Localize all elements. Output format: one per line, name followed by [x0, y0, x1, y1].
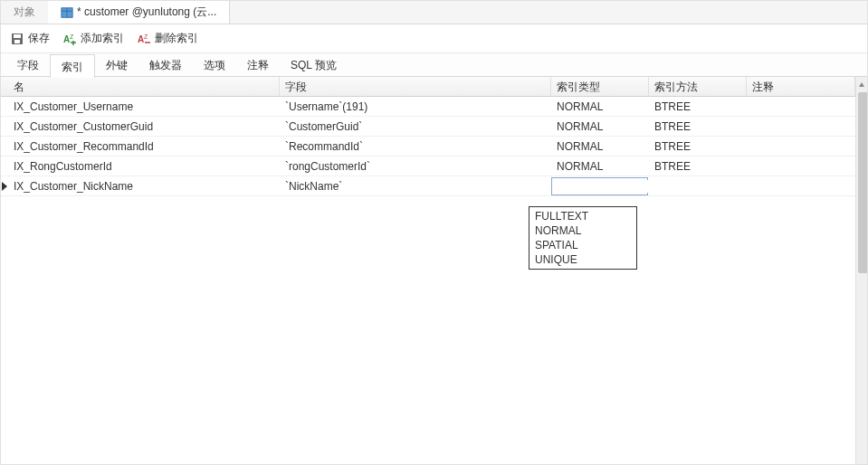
tab-customer[interactable]: * customer @yunlutong (云...	[48, 1, 230, 24]
tab-options[interactable]: 选项	[193, 53, 236, 76]
cell-memo[interactable]	[747, 165, 855, 168]
scroll-up-button[interactable]	[856, 77, 867, 92]
cell-name[interactable]: IX_Customer_Username	[8, 99, 280, 115]
delete-index-label: 删除索引	[155, 31, 198, 46]
header-name[interactable]: 名	[8, 77, 280, 96]
tab-objects-label: 对象	[14, 5, 35, 20]
tab-objects[interactable]: 对象	[1, 1, 48, 24]
tab-customer-label: * customer @yunlutong (云...	[77, 5, 216, 20]
header-type[interactable]: 索引类型	[551, 77, 649, 96]
header-method[interactable]: 索引方法	[649, 77, 747, 96]
table-row[interactable]: IX_Customer_CustomerGuid `CustomerGuid` …	[1, 117, 855, 137]
row-marker-active	[1, 176, 8, 195]
cell-memo[interactable]	[747, 125, 855, 128]
dropdown-option[interactable]: FULLTEXT	[529, 209, 636, 223]
cell-method[interactable]: BTREE	[649, 158, 747, 175]
cell-memo[interactable]	[747, 145, 855, 148]
section-tabs: 字段 索引 外键 触发器 选项 注释 SQL 预览	[1, 53, 867, 77]
svg-text:Z: Z	[70, 33, 74, 40]
table-row[interactable]: IX_Customer_RecommandId `RecommandId` NO…	[1, 137, 855, 157]
cell-method[interactable]: BTREE	[649, 99, 747, 115]
header-memo[interactable]: 注释	[747, 77, 855, 96]
type-input[interactable]	[552, 180, 649, 193]
tab-fk[interactable]: 外键	[95, 53, 138, 76]
cell-memo[interactable]	[747, 185, 855, 188]
table-row-active[interactable]: IX_Customer_NickName `NickName`	[1, 176, 855, 196]
save-icon	[10, 32, 24, 46]
index-grid: 名 字段 索引类型 索引方法 注释 IX_Customer_Username `…	[1, 77, 855, 464]
svg-rect-4	[14, 34, 21, 38]
table-row[interactable]: IX_RongCustomerId `rongCustomerId` NORMA…	[1, 157, 855, 176]
cell-name[interactable]: IX_Customer_CustomerGuid	[8, 119, 280, 135]
cell-memo[interactable]	[747, 105, 855, 109]
cell-field[interactable]: `NickName`	[280, 178, 551, 195]
table-row[interactable]: IX_Customer_Username `Username`(191) NOR…	[1, 97, 855, 117]
delete-index-button[interactable]: AZ 删除索引	[137, 31, 198, 46]
grid-wrapper: 名 字段 索引类型 索引方法 注释 IX_Customer_Username `…	[1, 77, 867, 464]
svg-rect-5	[14, 40, 20, 43]
dropdown-option[interactable]: UNIQUE	[529, 252, 636, 267]
add-index-label: 添加索引	[81, 31, 124, 46]
add-index-button[interactable]: AZ 添加索引	[62, 31, 124, 46]
document-tabs: 对象 * customer @yunlutong (云...	[1, 1, 867, 24]
cell-name[interactable]: IX_Customer_RecommandId	[8, 138, 280, 155]
header-marker	[1, 77, 8, 96]
cell-name[interactable]: IX_RongCustomerId	[8, 158, 280, 175]
cell-type[interactable]: NORMAL	[551, 119, 649, 135]
cell-field[interactable]: `CustomerGuid`	[280, 119, 551, 135]
row-marker	[1, 137, 8, 156]
tab-fields[interactable]: 字段	[6, 53, 50, 76]
tab-triggers[interactable]: 触发器	[138, 53, 193, 76]
tab-sqlpreview[interactable]: SQL 预览	[280, 53, 348, 76]
app-window: 对象 * customer @yunlutong (云... 保存 AZ 添加索…	[0, 0, 868, 465]
vertical-scrollbar[interactable]	[855, 77, 867, 464]
grid-header: 名 字段 索引类型 索引方法 注释	[1, 77, 855, 97]
toolbar: 保存 AZ 添加索引 AZ 删除索引	[1, 24, 867, 53]
row-marker	[1, 117, 8, 136]
cell-field[interactable]: `Username`(191)	[280, 99, 551, 115]
tab-comment[interactable]: 注释	[236, 53, 280, 76]
type-combo[interactable]	[551, 177, 648, 195]
cell-type-editing[interactable]	[551, 176, 649, 196]
cell-field[interactable]: `rongCustomerId`	[280, 158, 551, 175]
type-dropdown: FULLTEXT NORMAL SPATIAL UNIQUE	[529, 206, 637, 270]
dropdown-option[interactable]: SPATIAL	[529, 238, 636, 252]
table-icon	[61, 6, 73, 19]
cell-type[interactable]: NORMAL	[551, 99, 649, 115]
row-marker	[1, 157, 8, 176]
cell-method[interactable]: BTREE	[649, 119, 747, 135]
delete-index-icon: AZ	[137, 32, 151, 46]
svg-text:Z: Z	[144, 33, 148, 40]
cell-type[interactable]: NORMAL	[551, 158, 649, 175]
header-field[interactable]: 字段	[280, 77, 551, 96]
cell-method[interactable]	[649, 185, 747, 188]
cell-name[interactable]: IX_Customer_NickName	[8, 178, 280, 195]
dropdown-option[interactable]: NORMAL	[529, 223, 636, 238]
scroll-thumb[interactable]	[858, 92, 867, 273]
cell-type[interactable]: NORMAL	[551, 138, 649, 155]
tab-indexes[interactable]: 索引	[50, 54, 95, 78]
save-label: 保存	[28, 31, 50, 46]
row-marker	[1, 97, 8, 116]
cell-method[interactable]: BTREE	[649, 138, 747, 155]
cell-field[interactable]: `RecommandId`	[280, 138, 551, 155]
save-button[interactable]: 保存	[10, 31, 50, 46]
add-index-icon: AZ	[62, 32, 77, 46]
